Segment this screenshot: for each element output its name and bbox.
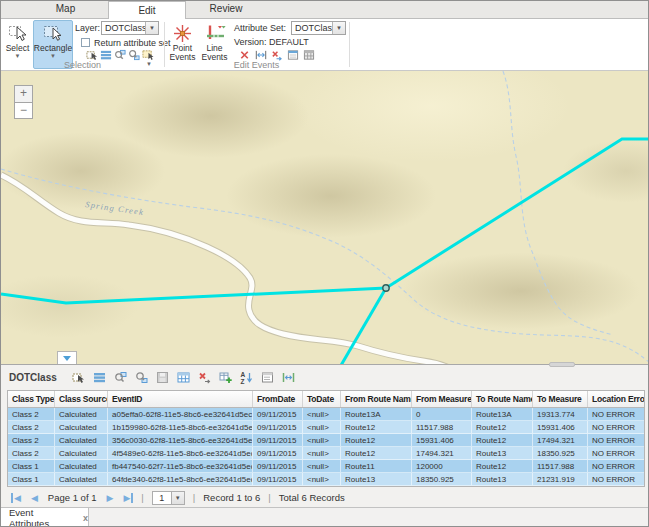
table-cell: Class 1 — [8, 460, 55, 473]
table-cell: 09/11/2015 — [253, 473, 303, 486]
table-cell: a05effa0-62f8-11e5-8bc6-ee32641d5ec9 — [108, 408, 253, 421]
tab-review[interactable]: Review — [186, 1, 266, 18]
panel-toolbar: DOTClass — [1, 365, 649, 390]
sort-icon[interactable]: AZ — [239, 370, 254, 385]
table-row[interactable]: Class 1Calculatedfb447540-62f7-11e5-8bc6… — [8, 460, 644, 473]
table-cell: Route12 — [472, 421, 533, 434]
table-cell: Class 2 — [8, 421, 55, 434]
pager-separator: | — [193, 492, 195, 503]
attribute-set-dropdown[interactable]: DOTClass ▼ — [291, 21, 346, 35]
zoom-to-selection-icon[interactable] — [113, 370, 128, 385]
column-header-todate[interactable]: ToDate — [303, 391, 341, 407]
table-cell: Calculated — [55, 434, 108, 447]
total-records-label: Total 6 Records — [279, 492, 345, 503]
map-view[interactable]: Spring Creek + − — [1, 71, 649, 365]
table-cell: Route12 — [341, 434, 412, 447]
select-features-icon[interactable] — [71, 370, 86, 385]
column-header-location-error[interactable]: Location Error — [588, 391, 644, 407]
last-page-icon[interactable]: ▶ — [123, 493, 133, 503]
panel-collapse-button[interactable] — [57, 351, 77, 364]
return-attribute-set-label: Return attribute set — [94, 38, 171, 48]
creek-line — [1, 169, 649, 363]
table-cell: 09/11/2015 — [253, 447, 303, 460]
open-table-icon[interactable] — [176, 370, 191, 385]
column-header-class-source[interactable]: Class Source — [55, 391, 108, 407]
table-cell: 120000 — [412, 460, 472, 473]
table-cell: Class 2 — [8, 408, 55, 421]
ribbon-tab-bar: Map Edit Review — [1, 1, 648, 19]
table-cell: 09/11/2015 — [253, 460, 303, 473]
save-icon[interactable] — [155, 370, 170, 385]
chevron-down-icon[interactable]: ▼ — [332, 22, 345, 34]
tab-edit[interactable]: Edit — [108, 1, 186, 19]
table-cell: 15931.406 — [533, 421, 588, 434]
column-header-from-measure[interactable]: From Measure — [412, 391, 472, 407]
table-cell: Route12 — [341, 421, 412, 434]
select-button-label: Select — [6, 44, 30, 53]
svg-text:Z: Z — [240, 378, 244, 385]
first-page-icon[interactable]: ◀ — [11, 493, 21, 503]
table-cell: 15931.406 — [412, 434, 472, 447]
close-icon[interactable]: x — [83, 513, 88, 523]
tab-map[interactable]: Map — [23, 1, 108, 18]
column-header-fromdate[interactable]: FromDate — [253, 391, 303, 407]
table-cell: NO ERROR — [588, 408, 644, 421]
split-event-icon[interactable] — [281, 370, 296, 385]
column-header-to-route-name[interactable]: To Route Name — [472, 391, 533, 407]
table-cell: Route12 — [341, 447, 412, 460]
map-zoom-control: + − — [14, 85, 33, 119]
column-header-from-route-name[interactable]: From Route Name — [341, 391, 412, 407]
version-label: Version: DEFAULT — [234, 37, 309, 47]
splitter-handle[interactable] — [549, 362, 575, 367]
table-cell: 19313.774 — [533, 408, 588, 421]
table-row[interactable]: Class 2Calculateda05effa0-62f8-11e5-8bc6… — [8, 408, 644, 421]
page-number-input[interactable]: 1 — [152, 491, 172, 505]
attribute-set-label: Attribute Set: — [234, 23, 286, 33]
table-cell: Route12 — [472, 460, 533, 473]
chevron-down-icon[interactable]: ▼ — [145, 22, 158, 34]
column-header-to-measure[interactable]: To Measure — [533, 391, 588, 407]
attribute-set-dropdown-value: DOTClass — [292, 23, 332, 33]
chevron-down-icon[interactable]: ▼ — [172, 491, 185, 505]
road-casing — [1, 175, 459, 365]
table-cell: Class 1 — [8, 473, 55, 486]
attributes-table: Class TypeClass SourceEventIDFromDateToD… — [7, 390, 645, 487]
group-separator — [349, 22, 350, 67]
table-row[interactable]: Class 2Calculated1b159980-62f8-11e5-8bc6… — [8, 421, 644, 434]
table-cell: NO ERROR — [588, 473, 644, 486]
previous-page-icon[interactable]: ◀ — [31, 493, 38, 503]
event-editor-window: Map Edit Review Select ▼ Rectangle — [0, 0, 649, 527]
table-row[interactable]: Class 2Calculated4f5489e0-62f8-11e5-8bc6… — [8, 447, 644, 460]
column-header-class-type[interactable]: Class Type — [8, 391, 55, 407]
pan-to-selection-icon[interactable] — [134, 370, 149, 385]
add-records-icon[interactable] — [218, 370, 233, 385]
pager-separator: | — [141, 492, 143, 503]
page-label: Page 1 of 1 — [48, 492, 97, 503]
show-selected-records-icon[interactable] — [92, 370, 107, 385]
table-cell: <null> — [303, 447, 341, 460]
pager-separator: | — [268, 492, 270, 503]
zoom-in-button[interactable]: + — [14, 85, 33, 102]
table-cell: <null> — [303, 421, 341, 434]
chevron-down-icon: ▼ — [15, 53, 21, 60]
attribute-window-icon[interactable] — [260, 370, 275, 385]
record-range-label: Record 1 to 6 — [203, 492, 260, 503]
table-cell: Calculated — [55, 421, 108, 434]
layer-dropdown[interactable]: DOTClass ▼ — [101, 21, 159, 35]
next-page-icon[interactable]: ▶ — [106, 493, 113, 503]
table-cell: 09/11/2015 — [253, 434, 303, 447]
remove-from-selection-icon[interactable] — [197, 370, 212, 385]
zoom-out-button[interactable]: − — [14, 102, 33, 119]
layer-label: Layer: — [75, 23, 100, 33]
panel-tab-bar: Event Attributes x — [1, 507, 649, 527]
table-cell: 11517.988 — [533, 460, 588, 473]
table-row[interactable]: Class 2Calculated356c0030-62f8-11e5-8bc6… — [8, 434, 644, 447]
column-header-eventid[interactable]: EventID — [108, 391, 253, 407]
table-cell: 356c0030-62f8-11e5-8bc6-ee32641d5ec9 — [108, 434, 253, 447]
tab-event-attributes[interactable]: Event Attributes x — [1, 508, 89, 527]
table-cell: Calculated — [55, 473, 108, 486]
return-attribute-set-checkbox[interactable] — [81, 38, 90, 47]
edit-events-group-label: Edit Events — [164, 60, 349, 70]
table-cell: Calculated — [55, 460, 108, 473]
table-row[interactable]: Class 1Calculated64fde340-62f8-11e5-8bc6… — [8, 473, 644, 486]
